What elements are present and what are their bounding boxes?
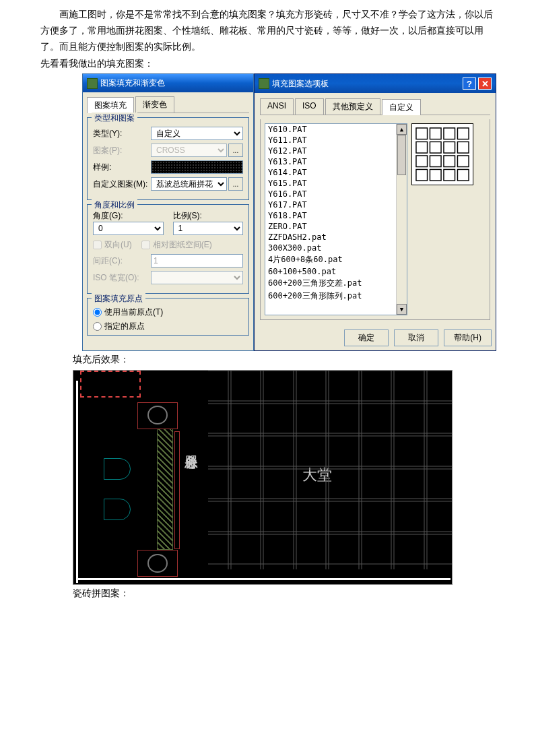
select-scale[interactable]: 1 [173,222,244,235]
svg-rect-14 [444,170,455,181]
select-pattern: CROSS [151,144,227,157]
cad-red-bar [174,431,180,549]
radio-current-origin[interactable]: 使用当前原点(T) [93,307,243,318]
pattern-content-area: Y610.PATY611.PATY612.PATY613.PATY614.PAT… [260,119,490,320]
pattern-list-item[interactable]: Y615.PAT [265,178,407,189]
fieldset-type-title: 类型和图案 [92,113,137,124]
pattern-list-item[interactable]: Y610.PAT [265,124,407,135]
pattern-list-item[interactable]: Y611.PAT [265,135,407,146]
svg-rect-9 [430,156,441,167]
tile-grid-svg [208,371,452,569]
fieldset-angle-scale: 角度和比例 角度(G): 0 比例(S): 1 双向(U) 相对图纸空间(E) [87,204,249,294]
label-pattern: 图案(P): [93,145,151,156]
svg-rect-4 [416,142,428,154]
checkbox-relative-paper: 相对图纸空间(E) [141,239,212,251]
pattern-list-item[interactable]: 4片600+8条60.pat [265,253,407,266]
pattern-list-item[interactable]: 600+60边.pat [265,303,407,305]
custom-pattern-browse-button[interactable]: ... [228,177,243,191]
fieldset-angle-title: 角度和比例 [92,199,137,211]
fieldset-origin: 图案填充原点 使用当前原点(T) 指定的原点 [87,298,249,336]
pattern-list-item[interactable]: ZERO.PAT [265,221,407,232]
pattern-list-item[interactable]: 60+100+500.pat [265,266,407,277]
paragraph-2: 先看看我做出的填充图案： [40,56,497,72]
pattern-list-item[interactable]: Y618.PAT [265,210,407,221]
scroll-down-icon[interactable]: ▼ [397,304,407,315]
pattern-dialog-buttons: 确定 取消 帮助(H) [255,325,496,350]
help-button[interactable]: ? [463,77,476,90]
row-spacing: 间距(C): [93,254,243,267]
cancel-button[interactable]: 取消 [394,329,438,346]
pattern-list-item[interactable]: ZZFDASH2.pat [265,232,407,243]
pattern-list-item[interactable]: 600+200三角形陈列.pat [265,290,407,303]
label-custom-pattern: 自定义图案(M): [93,179,151,190]
hatch-dialog-body: 图案填充 渐变色 类型和图案 类型(Y): 自定义 图案(P): CROSS .… [83,92,253,344]
svg-rect-1 [430,128,441,139]
svg-rect-0 [416,128,428,139]
pattern-dialog-titlebar[interactable]: 填充图案选项板 ? ✕ [255,74,496,93]
scroll-up-icon[interactable]: ▲ [397,124,407,135]
radio-current-input[interactable] [93,308,102,317]
row-custom-pattern: 自定义图案(M): 荔波总统厢拼花 ... [93,177,243,191]
cad-line [76,381,78,583]
hatch-dialog-title-text: 图案填充和渐变色 [100,77,165,89]
row-type: 类型(Y): 自定义 [93,127,243,140]
tab-iso[interactable]: ISO [295,98,324,115]
cad-circle [147,554,168,573]
radio-specified-origin[interactable]: 指定的原点 [93,321,243,332]
svg-rect-11 [457,156,469,167]
pattern-list-item[interactable]: Y614.PAT [265,167,407,178]
close-button[interactable]: ✕ [478,77,492,90]
svg-rect-3 [457,128,469,139]
svg-rect-15 [457,170,469,181]
ok-button[interactable]: 确定 [344,329,389,346]
pattern-list-item[interactable]: 600+200三角形交差.pat [265,277,407,290]
pattern-tabs: ANSI ISO 其他预定义 自定义 [260,98,490,115]
label-type: 类型(Y): [93,128,151,139]
radio-specified-input[interactable] [93,322,102,331]
select-iso-width [151,271,243,284]
pattern-list-item[interactable]: Y617.PAT [265,199,407,210]
svg-rect-8 [416,156,428,167]
pattern-listbox[interactable]: Y610.PATY611.PATY612.PATY613.PATY614.PAT… [265,123,407,315]
checkbox-double-input [93,241,102,249]
pattern-preview[interactable] [411,123,473,185]
svg-rect-2 [444,128,455,139]
swatch-preview[interactable] [151,160,243,174]
tab-hatch-fill[interactable]: 图案填充 [87,97,134,113]
preview-grid-icon [415,127,470,182]
cad-hatch [157,429,173,550]
input-spacing [151,254,243,267]
scrollbar-vertical[interactable]: ▲ ▼ [396,124,407,315]
hatch-tabs: 图案填充 渐变色 [87,96,249,113]
pattern-list-item[interactable]: Y616.PAT [265,189,407,199]
scroll-thumb[interactable] [397,135,406,175]
pattern-dialog-title-text: 填充图案选项板 [272,78,329,90]
select-type[interactable]: 自定义 [151,127,243,140]
tab-custom[interactable]: 自定义 [382,99,421,115]
select-angle[interactable]: 0 [93,222,164,235]
svg-rect-10 [444,156,455,167]
svg-rect-5 [430,142,441,154]
label-angle: 角度(G): [93,210,164,222]
pattern-list-item[interactable]: 300X300.pat [265,243,407,253]
help-button-bottom[interactable]: 帮助(H) [444,329,492,346]
cad-viewport[interactable]: 服务总台 大堂 [73,370,453,585]
label-scale: 比例(S): [173,210,244,222]
cad-circle [147,406,168,424]
svg-rect-13 [430,170,441,181]
hatch-dialog-titlebar[interactable]: 图案填充和渐变色 [83,74,253,92]
pattern-list-item[interactable]: Y612.PAT [265,146,407,156]
fieldset-origin-title: 图案填充原点 [92,293,145,305]
tab-other-predef[interactable]: 其他预定义 [325,98,380,115]
pattern-browse-button[interactable]: ... [228,144,243,157]
app-icon [87,78,98,89]
tab-gradient[interactable]: 渐变色 [135,96,174,113]
select-custom-pattern[interactable]: 荔波总统厢拼花 [151,177,227,191]
caption-tile-pattern: 瓷砖拼图案： [73,585,534,602]
cad-tile-grid [208,371,452,569]
pattern-list-item[interactable]: Y613.PAT [265,156,407,167]
checkbox-relative-input [141,241,150,249]
tab-ansi[interactable]: ANSI [260,98,294,115]
row-pattern: 图案(P): CROSS ... [93,144,243,157]
label-sample: 样例: [93,162,151,173]
